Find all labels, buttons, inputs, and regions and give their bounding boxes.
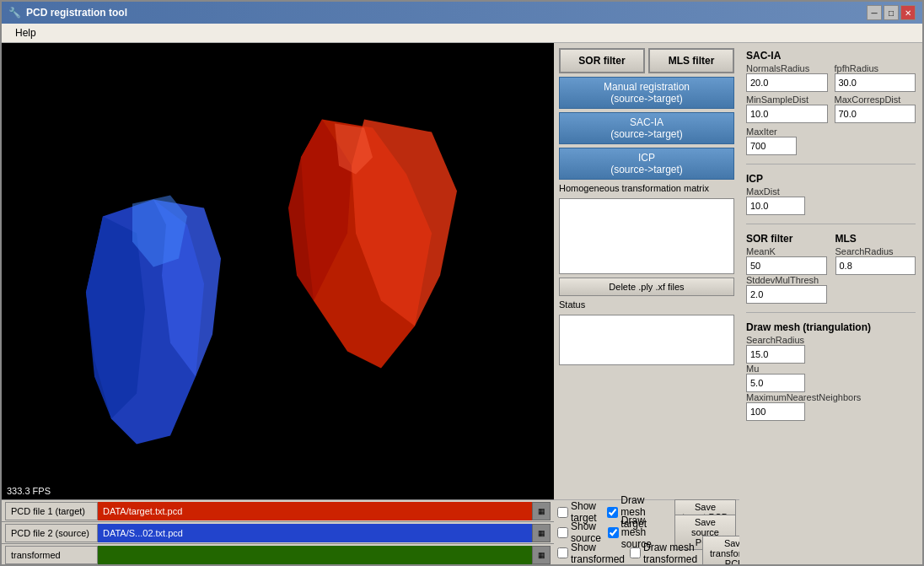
min-sample-dist-input[interactable] (746, 105, 828, 123)
transformed-path[interactable] (98, 546, 532, 564)
sac-ia-button[interactable]: SAC-IA (source->target) (559, 112, 734, 144)
meank-label: MeanK (746, 246, 827, 256)
icp-maxdist-label: MaxDist (746, 186, 916, 197)
menu-bar: Help (2, 24, 922, 43)
3d-viewport[interactable] (2, 43, 554, 499)
pcd-file1-path[interactable]: DATA/target.txt.pcd (98, 502, 532, 520)
normals-radius-label: NormalsRadius (746, 63, 828, 73)
max-nearest-label: MaximumNearestNeighbors (746, 392, 916, 402)
mls-searchradius-input[interactable] (835, 256, 916, 275)
draw-mesh-transformed-label: Draw mesh transformed (643, 542, 697, 565)
fpfh-radius-label: fpfhRadius (835, 63, 916, 73)
minimize-button[interactable]: ─ (867, 5, 882, 20)
mesh-searchradius-label: SearchRadius (746, 335, 916, 345)
show-source-checkbox[interactable] (557, 527, 568, 538)
sor-mls-section: SOR filter MeanK StddevMulThresh MLS Sea… (746, 233, 916, 304)
mu-label: Mu (746, 364, 916, 374)
mls-filter-button[interactable]: MLS filter (648, 48, 734, 73)
window-icon: 🔧 (8, 7, 21, 19)
icp-button[interactable]: ICP (source->target) (559, 148, 734, 180)
max-corresp-dist-input[interactable] (835, 105, 916, 123)
transformed-icon[interactable]: ▦ (532, 546, 551, 564)
transformed-label: transformed (5, 546, 98, 564)
right-panel: SAC-IA NormalsRadius fpfhRadius MinSampl… (739, 43, 922, 565)
svg-marker-5 (86, 217, 145, 419)
normals-radius-input[interactable] (746, 73, 828, 92)
pcd-file2-label: PCD file 2 (source) (5, 524, 98, 542)
delete-files-button[interactable]: Delete .ply .xf files (559, 278, 734, 296)
manual-registration-button[interactable]: Manual registration (source->target) (559, 77, 734, 109)
max-iter-label: MaxIter (746, 127, 916, 137)
mu-input[interactable] (746, 374, 805, 392)
status-area (559, 315, 734, 365)
mls-title: MLS (835, 233, 916, 245)
max-iter-input[interactable] (746, 137, 797, 155)
fps-label: 333.3 FPS (7, 486, 51, 496)
window-title: PCD registration tool (26, 7, 127, 19)
matrix-area (559, 198, 734, 274)
min-sample-dist-label: MinSampleDist (746, 94, 828, 105)
draw-mesh-transformed-checkbox-group[interactable]: Draw mesh transformed (630, 542, 697, 565)
icp-maxdist-input[interactable] (746, 197, 805, 215)
show-target-checkbox[interactable] (557, 507, 568, 518)
stddev-label: StddevMulThresh (746, 275, 827, 285)
max-corresp-dist-label: MaxCorrespDist (835, 94, 916, 105)
file-bars-section: PCD file 1 (target) DATA/target.txt.pcd … (2, 499, 554, 565)
sac-ia-title: SAC-IA (746, 50, 916, 62)
pcd-file1-label: PCD file 1 (target) (5, 502, 98, 520)
status-label: Status (559, 299, 734, 310)
show-transformed-label: Show transformed (571, 542, 625, 565)
sac-ia-section: SAC-IA NormalsRadius fpfhRadius MinSampl… (746, 50, 916, 155)
draw-mesh-section: Draw mesh (triangulation) SearchRadius M… (746, 321, 916, 421)
draw-mesh-title: Draw mesh (triangulation) (746, 321, 916, 333)
matrix-label: Homogeneous transformation matrix (559, 183, 734, 193)
scene-svg (2, 43, 554, 499)
icp-title: ICP (746, 173, 916, 185)
pcd-file2-icon[interactable]: ▦ (532, 524, 551, 542)
draw-mesh-transformed-checkbox[interactable] (630, 547, 641, 558)
mesh-searchradius-input[interactable] (746, 345, 805, 364)
show-transformed-checkbox[interactable] (557, 547, 568, 558)
mls-searchradius-label: SearchRadius (835, 246, 916, 256)
sor-filter-button[interactable]: SOR filter (559, 48, 645, 73)
pcd-file2-path[interactable]: DATA/S...02.txt.pcd (98, 524, 532, 542)
draw-mesh-source-checkbox[interactable] (608, 527, 619, 538)
help-menu[interactable]: Help (8, 25, 43, 40)
sor-filter-title: SOR filter (746, 233, 827, 245)
max-nearest-input[interactable] (746, 402, 805, 421)
fpfh-radius-input[interactable] (835, 73, 916, 92)
show-transformed-checkbox-group[interactable]: Show transformed (557, 542, 625, 565)
meank-input[interactable] (746, 256, 827, 275)
pcd-file1-icon[interactable]: ▦ (532, 502, 551, 520)
title-bar: 🔧 PCD registration tool ─ □ ✕ (2, 2, 922, 24)
maximize-button[interactable]: □ (884, 5, 899, 20)
close-button[interactable]: ✕ (900, 5, 916, 20)
icp-section: ICP MaxDist (746, 173, 916, 215)
stddev-input[interactable] (746, 285, 827, 304)
